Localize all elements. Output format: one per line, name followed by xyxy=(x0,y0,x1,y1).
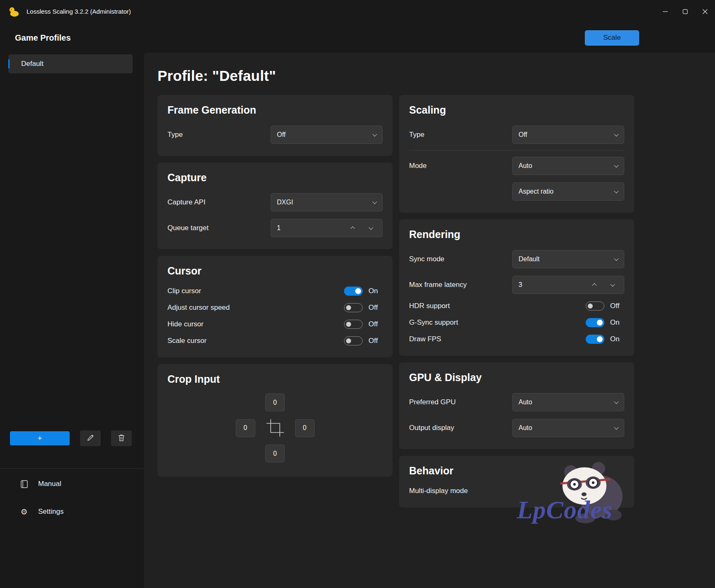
chevron-up-icon xyxy=(592,283,596,288)
aspect-ratio-row: Aspect ratio xyxy=(409,179,624,204)
stepper-up-button[interactable] xyxy=(345,222,361,234)
toggle-state: Off xyxy=(610,487,624,495)
stepper-up-button[interactable] xyxy=(587,279,602,291)
gsync-support-toggle[interactable] xyxy=(586,318,604,327)
type-label: Type xyxy=(167,131,183,139)
scale-cursor-label: Scale cursor xyxy=(167,337,206,345)
capture-api-dropdown[interactable]: DXGI xyxy=(271,193,383,211)
card-divider xyxy=(409,150,624,151)
crop-top-input[interactable] xyxy=(265,394,285,411)
draw-fps-label: Draw FPS xyxy=(409,335,441,343)
adjust-cursor-speed-toggle[interactable] xyxy=(344,303,363,312)
adjust-cursor-speed-row: Adjust cursor speed Off xyxy=(167,299,383,316)
adjust-cursor-speed-label: Adjust cursor speed xyxy=(167,304,230,312)
stepper-value: 1 xyxy=(277,224,281,232)
sync-mode-row: Sync mode Default xyxy=(409,246,624,272)
card-title: Frame Generation xyxy=(167,104,383,116)
maximize-button[interactable] xyxy=(675,0,695,23)
sync-mode-label: Sync mode xyxy=(409,255,444,263)
card-title: Crop Input xyxy=(167,373,383,385)
crop-right-input[interactable] xyxy=(295,419,315,437)
toggle-knob xyxy=(346,322,351,327)
edit-profile-button[interactable] xyxy=(80,430,101,446)
hdr-support-toggle[interactable] xyxy=(586,301,604,311)
scaling-mode-dropdown[interactable]: Auto xyxy=(512,157,624,175)
dropdown-value: Off xyxy=(277,131,286,138)
scaling-mode-label: Mode xyxy=(409,162,427,170)
crop-bottom-input[interactable] xyxy=(265,445,285,462)
multi-display-mode-toggle[interactable] xyxy=(586,486,604,496)
hide-cursor-label: Hide cursor xyxy=(167,320,204,328)
minimize-button[interactable] xyxy=(655,0,675,23)
toggle-state: Off xyxy=(610,302,624,310)
sync-mode-dropdown[interactable]: Default xyxy=(512,250,624,268)
scaling-card: Scaling Type Off Mode Auto xyxy=(399,95,634,213)
chevron-down-icon xyxy=(614,399,618,404)
gsync-support-label: G-Sync support xyxy=(409,318,458,327)
profile-page-title: Profile: "Default" xyxy=(158,68,715,84)
dropdown-value: Aspect ratio xyxy=(519,188,553,195)
chevron-down-icon xyxy=(610,282,615,287)
aspect-ratio-dropdown[interactable]: Aspect ratio xyxy=(512,182,624,201)
card-title: Capture xyxy=(167,172,383,184)
settings-link[interactable]: ⚙ Settings xyxy=(19,503,63,520)
crop-input-cluster xyxy=(167,394,383,462)
pencil-icon xyxy=(87,434,94,443)
scaling-type-label: Type xyxy=(409,131,424,139)
queue-target-row: Queue target 1 xyxy=(167,215,383,241)
crop-input-card: Crop Input xyxy=(158,364,393,476)
dropdown-value: Off xyxy=(519,131,527,138)
sidebar: Default + xyxy=(0,53,144,588)
toggle-state: Off xyxy=(368,337,383,345)
scale-cursor-toggle[interactable] xyxy=(344,336,363,345)
gsync-support-row: G-Sync support On xyxy=(409,314,624,331)
window-controls xyxy=(655,0,715,23)
clip-cursor-toggle[interactable] xyxy=(344,287,363,296)
delete-profile-button[interactable] xyxy=(111,430,132,446)
profile-actions: + xyxy=(10,430,132,446)
card-title: Scaling xyxy=(409,104,624,116)
chevron-down-icon xyxy=(614,132,618,136)
preferred-gpu-label: Preferred GPU xyxy=(409,398,456,406)
profile-item-label: Default xyxy=(21,60,44,68)
duck-app-icon xyxy=(8,6,20,17)
scale-button[interactable]: Scale xyxy=(585,30,639,46)
manual-link[interactable]: Manual xyxy=(19,476,61,492)
stepper-down-button[interactable] xyxy=(363,222,379,234)
header-row: Game Profiles Scale xyxy=(0,23,715,53)
page-heading: Game Profiles xyxy=(15,33,71,43)
crop-left-input[interactable] xyxy=(236,419,255,437)
stepper-down-button[interactable] xyxy=(605,279,620,291)
sidebar-item-default-profile[interactable]: Default xyxy=(8,54,133,73)
output-display-row: Output display Auto xyxy=(409,415,624,441)
card-title: Rendering xyxy=(409,228,624,241)
gear-icon: ⚙ xyxy=(19,507,29,517)
hide-cursor-toggle[interactable] xyxy=(344,320,363,329)
frame-generation-type-row: Type Off xyxy=(167,122,383,148)
toggle-knob xyxy=(346,305,351,310)
chevron-down-icon xyxy=(614,256,618,261)
capture-api-label: Capture API xyxy=(167,198,206,207)
chevron-down-icon xyxy=(614,163,618,168)
multi-display-mode-label: Multi-display mode xyxy=(409,487,468,495)
manual-book-icon xyxy=(19,480,29,488)
toggle-knob xyxy=(597,336,603,342)
draw-fps-toggle[interactable] xyxy=(586,335,604,344)
add-profile-button[interactable]: + xyxy=(10,431,70,445)
queue-target-stepper[interactable]: 1 xyxy=(271,219,383,237)
hdr-support-row: HDR support Off xyxy=(409,298,624,314)
frame-generation-type-dropdown[interactable]: Off xyxy=(271,126,383,144)
max-frame-latency-label: Max frame latency xyxy=(409,281,467,289)
card-title: Cursor xyxy=(167,265,383,277)
window-title: Lossless Scaling 3.2.2 (Administrator) xyxy=(27,8,131,15)
max-frame-latency-stepper[interactable]: 3 xyxy=(512,276,624,294)
manual-label: Manual xyxy=(38,480,61,488)
dropdown-value: DXGI xyxy=(277,199,293,206)
trash-icon xyxy=(118,434,125,443)
dropdown-value: Auto xyxy=(519,424,532,432)
card-title: GPU & Display xyxy=(409,372,624,384)
close-button[interactable] xyxy=(695,0,715,23)
output-display-dropdown[interactable]: Auto xyxy=(512,419,624,437)
preferred-gpu-dropdown[interactable]: Auto xyxy=(512,393,624,411)
scaling-type-dropdown[interactable]: Off xyxy=(512,126,624,144)
